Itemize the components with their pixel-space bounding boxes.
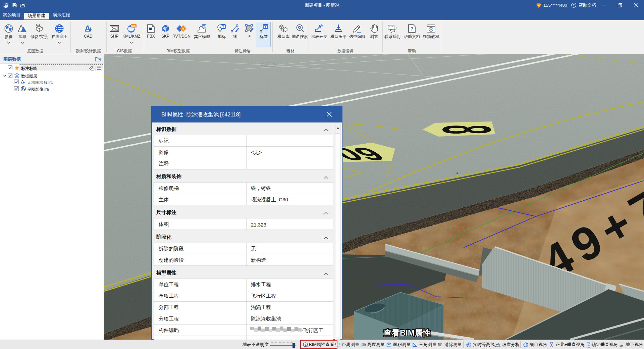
svg-text:V: V bbox=[538, 4, 540, 7]
svg-text:2: 2 bbox=[183, 27, 184, 30]
svg-text:KML: KML bbox=[131, 25, 137, 27]
svg-text:?: ? bbox=[573, 4, 575, 7]
svg-text:A: A bbox=[85, 24, 90, 33]
svg-text:-飞行区工: -飞行区工 bbox=[302, 328, 323, 333]
svg-text:?: ? bbox=[411, 26, 414, 32]
svg-text:G: G bbox=[306, 345, 308, 347]
svg-text:查看BIM属性: 查看BIM属性 bbox=[383, 328, 431, 337]
svg-text:8: 8 bbox=[429, 125, 505, 134]
